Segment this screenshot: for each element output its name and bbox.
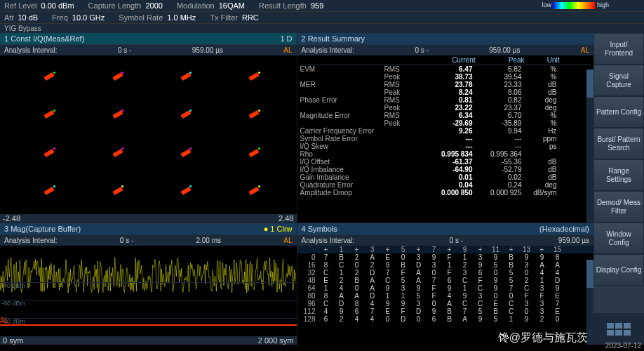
- modulation-value: 16QAM: [219, 1, 245, 10]
- panel-mag-buffer[interactable]: 3 Mag(Capture Buffer) ● 1 Clrw Analysis …: [0, 223, 297, 345]
- freq-label: Freq: [52, 13, 68, 22]
- result-row: Carrier Frequency Error9.269.94Hz: [300, 127, 591, 135]
- mag-label-60: -60 dBm: [1, 300, 25, 307]
- iq-point: [180, 187, 191, 195]
- iq-point: [44, 110, 55, 119]
- menu-display-config[interactable]: Display Config: [593, 254, 644, 286]
- col-unit: Unit: [525, 56, 560, 64]
- watermark: 馋@罗德与施瓦茨: [498, 331, 588, 345]
- panel1-analysis: Analysis Interval: 0 s - 959.00 µs AL: [0, 45, 297, 55]
- symbol-col-hdr: 7: [427, 246, 442, 253]
- symbol-col-hdr: +: [318, 246, 334, 253]
- menu-window-config[interactable]: Window Config: [593, 223, 644, 254]
- panel3-xmax: 2 000 sym: [258, 336, 294, 345]
- panel4-title: 4 Symbols (Hexadecimal): [297, 223, 594, 235]
- symbol-col-hdr: +: [535, 246, 550, 253]
- panel-const-iq[interactable]: 1 Const I/Q(Meas&Ref) low high 1 D Analy…: [0, 33, 297, 223]
- menu-overview-icon[interactable]: [593, 313, 644, 345]
- menu-range-settings[interactable]: Range Settings: [593, 159, 644, 191]
- iq-ref-dot: [121, 147, 123, 150]
- iq-ref-dot: [53, 185, 55, 187]
- side-menu: Input/ Frontend Signal Capture Pattern C…: [593, 33, 644, 345]
- result-row: I/Q Skew------ps: [300, 143, 591, 150]
- symbol-row: 12862440D06BA951920: [297, 315, 594, 323]
- iq-point: [180, 148, 191, 157]
- svg-rect-0: [0, 246, 297, 305]
- iq-point: [248, 148, 259, 157]
- symbols-scroll-thumb[interactable]: [586, 260, 593, 288]
- iq-ref-dot: [258, 147, 260, 150]
- panel-result-summary[interactable]: 2 Result Summary Analysis Interval: 0 s …: [297, 33, 594, 223]
- iq-constellation-area[interactable]: [0, 55, 297, 214]
- menu-input-frontend[interactable]: Input/ Frontend: [593, 33, 644, 65]
- iq-point: [112, 72, 123, 81]
- tx-filter-value: RRC: [242, 13, 259, 22]
- iq-ref-dot: [121, 185, 123, 187]
- al-marker-text: AL: [0, 317, 8, 324]
- results-scrollbar[interactable]: [586, 69, 593, 223]
- result-row: Gain Imbalance0.010.02dB: [300, 173, 591, 181]
- iq-point: [180, 110, 191, 119]
- symbol-col-hdr: +: [349, 246, 365, 253]
- result-row: Peak8.248.06dB: [300, 88, 591, 96]
- menu-demod-meas-filter[interactable]: Demod/ Meas Filter: [593, 191, 644, 223]
- magnitude-area[interactable]: -40 dBm -60 dBm -80 dBm AL: [0, 246, 297, 336]
- modulation-label: Modulation: [177, 1, 215, 10]
- result-row: Symbol Rate Error------ppm: [300, 135, 591, 143]
- ref-level-value: 0.00 dBm: [41, 1, 74, 10]
- panel1-extra: 1 D: [280, 34, 292, 43]
- result-len-label: Result Length: [259, 1, 307, 10]
- symbol-row: 1124967EFD9B75BC03E: [297, 307, 594, 315]
- panel2-analysis-start: 0 s -: [415, 46, 428, 54]
- symbol-col-hdr: 9: [457, 246, 473, 253]
- mag-label-40: -40 dBm: [1, 282, 25, 289]
- result-row: Peak23.2223.37deg: [300, 104, 591, 112]
- symbol-row: 168C029BD31295B3AA: [297, 261, 594, 269]
- menu-pattern-config[interactable]: Pattern Config: [593, 96, 644, 128]
- panel1-xmin: -2.48: [3, 214, 20, 223]
- iq-point: [248, 187, 259, 195]
- menu-signal-capture[interactable]: Signal Capture: [593, 65, 644, 96]
- scroll-thumb[interactable]: [586, 69, 593, 98]
- header-bar-2: Att10 dB Freq10.0 GHz Symbol Rate1.0 MHz…: [0, 12, 644, 24]
- panel-symbols[interactable]: 4 Symbols (Hexadecimal) Analysis Interva…: [297, 223, 594, 345]
- result-row: Peak-29.69-35.89%: [300, 119, 591, 127]
- iq-ref-dot: [53, 72, 55, 74]
- symbol-col-hdr: +: [442, 246, 457, 253]
- symbol-row: 96CD849930ACCEC337: [297, 300, 594, 307]
- panel3-title: 3 Mag(Capture Buffer) ● 1 Clrw: [0, 223, 297, 235]
- panel3-al: AL: [283, 237, 292, 244]
- panel2-analysis-end: 959.00 µs: [489, 46, 520, 54]
- symbol-col-hdr: +: [411, 246, 427, 253]
- al-marker-line: [0, 324, 297, 326]
- symbol-col-hdr: +: [380, 246, 396, 253]
- iq-point: [44, 72, 55, 81]
- symbol-rate-label: Symbol Rate: [119, 13, 163, 22]
- symbol-row: 48E2BAC5A76CF9521D: [297, 277, 594, 284]
- iq-ref-dot: [189, 72, 192, 74]
- panel3-title-text: 3 Mag(Capture Buffer): [4, 225, 81, 233]
- result-len-value: 959: [311, 1, 323, 10]
- panel3-trace: ● 1 Clrw: [264, 225, 293, 233]
- att-label: Att: [4, 13, 13, 22]
- symbol-col-hdr: +: [504, 246, 519, 253]
- panel2-analysis-label: Analysis Interval:: [302, 46, 355, 54]
- iq-point: [44, 187, 55, 195]
- iq-ref-dot: [53, 147, 55, 150]
- result-row: Amplitude Droop0.000 8500.000 925dB/sym: [300, 189, 591, 197]
- panel2-analysis: Analysis Interval: 0 s - 959.00 µs AL: [297, 45, 594, 55]
- symbol-col-hdr: +: [473, 246, 488, 253]
- magnitude-waveform: [0, 246, 297, 305]
- panel3-analysis: Analysis Interval: 0 s - 2.00 ms AL: [0, 235, 297, 246]
- symbol-col-hdr: 3: [365, 246, 380, 253]
- panel1-analysis-label: Analysis Interval:: [4, 46, 58, 54]
- tx-filter-label: Tx Filter: [210, 13, 238, 22]
- iq-point: [248, 110, 259, 119]
- panel3-analysis-end: 2.00 ms: [196, 237, 221, 244]
- panel3-xmin: 0 sym: [3, 336, 23, 345]
- symbol-row: 808AAD115F49300FFE: [297, 292, 594, 300]
- iq-point: [248, 72, 259, 81]
- iq-point: [112, 148, 123, 157]
- iq-ref-dot: [121, 110, 123, 112]
- menu-burst-pattern-search[interactable]: Burst/ Pattern Search: [593, 128, 644, 159]
